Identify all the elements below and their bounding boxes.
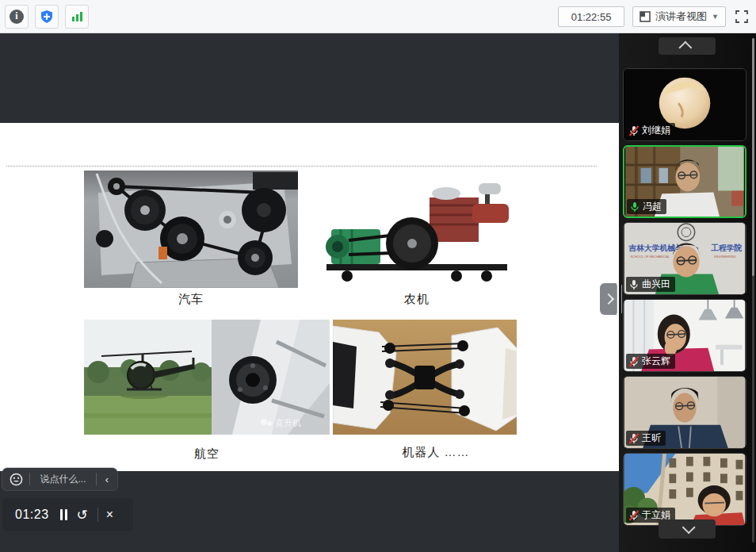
name-badge: 张云辉 xyxy=(626,354,675,369)
participants-sidebar: 刘继娟 xyxy=(619,33,756,552)
chevron-right-icon xyxy=(602,293,613,305)
network-signal-icon[interactable] xyxy=(65,5,89,29)
view-selector[interactable]: 演讲者视图 ▼ xyxy=(632,6,726,27)
topbar-left-icons: i xyxy=(5,5,89,29)
participant-name: 曲兴田 xyxy=(642,278,670,291)
participant-tile[interactable]: 王昕 xyxy=(623,376,746,449)
name-badge: 王昕 xyxy=(626,431,666,446)
mic-muted-icon xyxy=(628,125,640,136)
recording-timer: 01:23 xyxy=(15,508,49,522)
restart-icon[interactable]: ↺ xyxy=(77,508,88,522)
svg-text:直升机: 直升机 xyxy=(274,418,301,427)
pause-icon[interactable] xyxy=(60,509,67,520)
participant-name: 张云辉 xyxy=(642,355,670,368)
meeting-timer: 01:22:55 xyxy=(558,6,624,27)
participant-name: 冯超 xyxy=(643,200,662,213)
farm-machine-image xyxy=(317,180,517,283)
scroll-down-button[interactable] xyxy=(659,519,716,539)
participant-name: 刘继娟 xyxy=(642,124,670,137)
svg-text:工程学院: 工程学院 xyxy=(710,243,742,252)
slide-label-aviation: 航空 xyxy=(84,447,330,462)
recording-control-bar: 01:23 ↺ × xyxy=(2,498,133,531)
fullscreen-icon[interactable] xyxy=(734,9,750,25)
info-icon[interactable]: i xyxy=(5,5,29,29)
mic-muted-icon xyxy=(628,433,640,444)
svg-text:吉林大学机械与: 吉林大学机械与 xyxy=(628,243,684,252)
chevron-down-icon: ▼ xyxy=(712,13,719,21)
slide-label-farm: 农机 xyxy=(317,292,517,307)
car-engine-image xyxy=(84,171,298,288)
chat-input[interactable]: 说点什么... xyxy=(30,473,96,486)
sidebar-collapse-handle[interactable] xyxy=(600,283,617,315)
participant-tile[interactable]: 吉林大学机械与 工程学院 SCHOOL OF MECHANICAL ENGINE… xyxy=(623,222,746,295)
participant-tile[interactable]: 张云辉 xyxy=(623,299,746,372)
name-badge: 刘继娟 xyxy=(626,123,675,138)
name-badge: 冯超 xyxy=(627,199,666,214)
divider xyxy=(97,508,98,522)
emoji-icon[interactable] xyxy=(2,473,29,486)
participant-name: 王昕 xyxy=(642,431,661,445)
name-badge: 曲兴田 xyxy=(626,277,675,292)
slide-label-robot: 机器人 …… xyxy=(333,445,539,460)
close-icon[interactable]: × xyxy=(106,508,113,522)
rotor-closeup-image: 直升机 xyxy=(212,320,330,435)
chevron-up-icon xyxy=(678,41,692,55)
participant-tile[interactable]: 刘继娟 xyxy=(623,68,746,141)
svg-text:SCHOOL OF MECHANICAL: SCHOOL OF MECHANICAL xyxy=(631,255,670,259)
helicopter-image xyxy=(84,320,212,435)
security-shield-icon[interactable] xyxy=(35,5,59,29)
chevron-left-icon[interactable]: ‹ xyxy=(97,473,117,485)
sidebar-resize-grip[interactable] xyxy=(617,285,622,313)
slide-divider-dotted-line xyxy=(6,166,597,167)
mic-muted-icon xyxy=(628,510,640,521)
slide-label-car: 汽车 xyxy=(84,292,298,307)
svg-text:ENGINEERING: ENGINEERING xyxy=(714,255,735,259)
presentation-slide: 汽车 农机 xyxy=(0,123,619,471)
scroll-up-button[interactable] xyxy=(659,37,716,55)
sidebar-scrollbar-thumb[interactable] xyxy=(752,38,754,276)
meeting-topbar: i 01:22:55 演讲者视图 ▼ xyxy=(0,0,756,33)
topbar-right-controls: 01:22:55 演讲者视图 ▼ xyxy=(558,0,750,33)
chevron-down-icon xyxy=(682,520,696,534)
view-selector-label: 演讲者视图 xyxy=(655,10,707,24)
participant-tile[interactable]: 冯超 xyxy=(623,145,746,218)
mic-active-icon xyxy=(629,201,640,213)
participant-tile[interactable]: 于立娟 xyxy=(623,453,746,526)
chat-quick-bar: 说点什么... ‹ xyxy=(2,468,117,490)
view-layout-icon xyxy=(640,11,651,22)
robot-image xyxy=(333,320,517,435)
mic-muted-icon xyxy=(628,356,640,367)
mic-on-icon xyxy=(628,279,640,290)
